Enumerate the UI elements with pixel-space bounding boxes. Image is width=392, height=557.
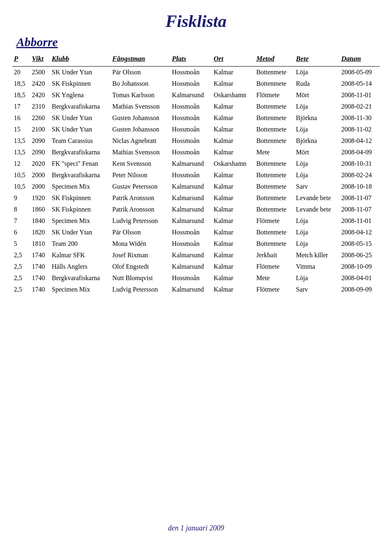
column-header-fångstman: Fångstman bbox=[111, 53, 170, 67]
table-row: 2,51740Kalmar SFKJosef RixmanKalmarsundK… bbox=[12, 250, 380, 261]
cell-fangstman: Kent Svensson bbox=[111, 158, 170, 169]
cell-metod: Bottenmete bbox=[255, 238, 294, 250]
cell-bete: Sarv bbox=[294, 181, 340, 192]
column-header-datum: Datum bbox=[340, 53, 380, 67]
cell-datum: 2008-04-01 bbox=[340, 272, 380, 284]
cell-fangstman: Bo Johansson bbox=[111, 78, 170, 89]
cell-klubb: Specimen Mix bbox=[50, 284, 111, 295]
cell-fangstman: Pär Olsson bbox=[111, 227, 170, 238]
cell-ort: Kalmar bbox=[212, 250, 254, 261]
cell-fangstman: Niclas Agnebratt bbox=[111, 135, 170, 147]
cell-plats: Kalmarsund bbox=[170, 192, 212, 204]
cell-plats: Kalmarsund bbox=[170, 181, 212, 192]
cell-klubb: SK Under Ytan bbox=[50, 112, 111, 124]
cell-fangstman: Gustav Petersson bbox=[111, 181, 170, 192]
cell-ort: Kalmar bbox=[212, 181, 254, 192]
cell-vikt: 2420 bbox=[30, 89, 50, 101]
cell-vikt: 2500 bbox=[30, 67, 50, 78]
cell-klubb: SK Fiskpinnen bbox=[50, 204, 111, 215]
cell-ort: Kalmar bbox=[212, 147, 254, 158]
cell-klubb: SK Fiskpinnen bbox=[50, 78, 111, 89]
cell-metod: Bottenmete bbox=[255, 204, 294, 215]
column-header-klubb: Klubb bbox=[50, 53, 111, 67]
cell-datum: 2008-04-12 bbox=[340, 135, 380, 147]
cell-fangstman: Mona Widén bbox=[111, 238, 170, 250]
cell-datum: 2008-11-07 bbox=[340, 192, 380, 204]
cell-datum: 2008-11-02 bbox=[340, 124, 380, 135]
cell-fangstman: Gusten Johansson bbox=[111, 124, 170, 135]
cell-fangstman: Josef Rixman bbox=[111, 250, 170, 261]
cell-ort: Kalmar bbox=[212, 204, 254, 215]
cell-bete: Björkna bbox=[294, 135, 340, 147]
cell-vikt: 1740 bbox=[30, 272, 50, 284]
table-row: 122020FK "speci" FenanKent SvenssonKalma… bbox=[12, 158, 380, 169]
cell-bete: Löja bbox=[294, 238, 340, 250]
cell-bete: Löja bbox=[294, 272, 340, 284]
cell-datum: 2008-04-12 bbox=[340, 227, 380, 238]
cell-vikt: 2090 bbox=[30, 147, 50, 158]
cell-plats: Hossmoån bbox=[170, 272, 212, 284]
cell-klubb: Bergkvarafiskarna bbox=[50, 169, 111, 181]
cell-plats: Kalmarsund bbox=[170, 215, 212, 227]
table-row: 10,52000Specimen MixGustav PeterssonKalm… bbox=[12, 181, 380, 192]
cell-metod: Bottenmete bbox=[255, 112, 294, 124]
cell-plats: Hossmoån bbox=[170, 112, 212, 124]
cell-metod: Flötmete bbox=[255, 284, 294, 295]
cell-klubb: Hälls Anglers bbox=[50, 261, 111, 272]
cell-klubb: Team Carassius bbox=[50, 135, 111, 147]
cell-vikt: 2260 bbox=[30, 112, 50, 124]
table-row: 202500SK Under YtanPär OlssonHossmoånKal… bbox=[12, 67, 380, 78]
table-row: 152100SK Under YtanGusten JohanssonHossm… bbox=[12, 124, 380, 135]
cell-metod: Jerkbait bbox=[255, 250, 294, 261]
cell-plats: Hossmoån bbox=[170, 147, 212, 158]
cell-vikt: 2020 bbox=[30, 158, 50, 169]
cell-ort: Oskarshamn bbox=[212, 89, 254, 101]
cell-bete: Levande bete bbox=[294, 192, 340, 204]
cell-datum: 2008-04-09 bbox=[340, 147, 380, 158]
table-row: 13,52090BergkvarafiskarnaMathias Svensso… bbox=[12, 147, 380, 158]
cell-bete: Vimma bbox=[294, 261, 340, 272]
cell-datum: 2008-09-09 bbox=[340, 284, 380, 295]
cell-bete: Löja bbox=[294, 158, 340, 169]
table-row: 71840Specimen MixLudvig PeterssonKalmars… bbox=[12, 215, 380, 227]
cell-vikt: 2310 bbox=[30, 101, 50, 112]
cell-klubb: SK Under Ytan bbox=[50, 67, 111, 78]
cell-ort: Kalmar bbox=[212, 272, 254, 284]
cell-fangstman: Peter Nilsson bbox=[111, 169, 170, 181]
cell-p: 13,5 bbox=[12, 147, 30, 158]
table-row: 18,52420SK FiskpinnenBo JohanssonHossmoå… bbox=[12, 78, 380, 89]
cell-bete: Löja bbox=[294, 67, 340, 78]
cell-klubb: Team 200 bbox=[50, 238, 111, 250]
cell-klubb: FK "speci" Fenan bbox=[50, 158, 111, 169]
cell-fangstman: Nutt Blomqvist bbox=[111, 272, 170, 284]
cell-metod: Flötmete bbox=[255, 215, 294, 227]
cell-fangstman: Patrik Aronsson bbox=[111, 192, 170, 204]
cell-p: 2,5 bbox=[12, 261, 30, 272]
cell-ort: Kalmar bbox=[212, 101, 254, 112]
table-row: 172310BergkvarafiskarnaMathias SvenssonH… bbox=[12, 101, 380, 112]
cell-vikt: 1840 bbox=[30, 215, 50, 227]
cell-metod: Flötmete bbox=[255, 89, 294, 101]
table-row: 162260SK Under YtanGusten JohanssonHossm… bbox=[12, 112, 380, 124]
cell-plats: Hossmoån bbox=[170, 101, 212, 112]
cell-ort: Kalmar bbox=[212, 124, 254, 135]
cell-datum: 2008-10-09 bbox=[340, 261, 380, 272]
cell-p: 18,5 bbox=[12, 78, 30, 89]
cell-ort: Kalmar bbox=[212, 192, 254, 204]
cell-p: 6 bbox=[12, 227, 30, 238]
cell-vikt: 1920 bbox=[30, 192, 50, 204]
table-row: 2,51740Specimen MixLudvig PeterssonKalma… bbox=[12, 284, 380, 295]
cell-vikt: 2000 bbox=[30, 169, 50, 181]
cell-datum: 2008-10-31 bbox=[340, 158, 380, 169]
cell-fangstman: Olof Engstedt bbox=[111, 261, 170, 272]
cell-bete: Löja bbox=[294, 101, 340, 112]
cell-datum: 2008-02-24 bbox=[340, 169, 380, 181]
cell-plats: Kalmarsund bbox=[170, 261, 212, 272]
cell-plats: Hossmoån bbox=[170, 67, 212, 78]
cell-p: 9 bbox=[12, 192, 30, 204]
cell-klubb: SK Under Ytan bbox=[50, 124, 111, 135]
cell-plats: Hossmoån bbox=[170, 135, 212, 147]
column-header-bete: Bete bbox=[294, 53, 340, 67]
cell-ort: Kalmar bbox=[212, 261, 254, 272]
cell-metod: Bottenmete bbox=[255, 135, 294, 147]
